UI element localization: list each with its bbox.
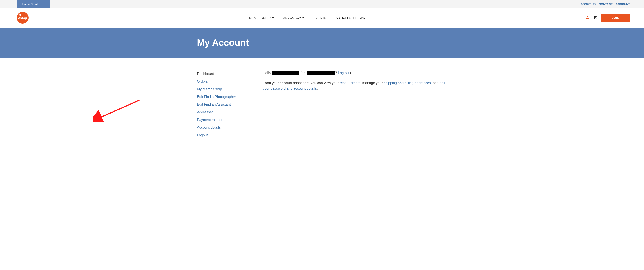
sidebar-item-dashboard[interactable]: Dashboard (197, 70, 258, 78)
nav-advocacy[interactable]: ADVOCACY (283, 16, 304, 19)
recent-orders-link[interactable]: recent orders (340, 81, 360, 85)
about-us-link[interactable]: ABOUT US (580, 2, 596, 6)
greeting-not-prefix: (not (300, 71, 307, 75)
svg-line-1 (100, 100, 139, 118)
nav-articles-news[interactable]: ARTICLES + NEWS (336, 16, 365, 19)
sidebar-item-edit-find-assistant[interactable]: Edit Find an Assistant (197, 101, 258, 108)
logo-text: asmp (18, 16, 27, 20)
nav-membership-label: MEMBERSHIP (249, 16, 271, 19)
caret-down-icon (302, 17, 304, 18)
dashboard-content: Hello (not ? Log out) From your account … (263, 70, 447, 139)
nav-membership[interactable]: MEMBERSHIP (249, 16, 274, 19)
redacted-name (272, 71, 300, 75)
redacted-name2 (307, 71, 335, 75)
caret-down-icon (272, 17, 274, 18)
nav-articles-label: ARTICLES + NEWS (336, 16, 365, 19)
account-sidebar: Dashboard Orders My Membership Edit Find… (197, 70, 258, 139)
nav-events-label: EVENTS (314, 16, 326, 19)
greeting-line: Hello (not ? Log out) (263, 70, 447, 76)
nav-events[interactable]: EVENTS (314, 16, 326, 19)
page-title: My Account (192, 37, 452, 48)
dashboard-intro: From your account dashboard you can view… (263, 80, 447, 91)
find-a-creative-label: Find A Creative (22, 2, 41, 6)
greeting-hello: Hello (263, 71, 272, 75)
find-a-creative-button[interactable]: Find A Creative (17, 0, 50, 8)
intro-period: . (317, 87, 318, 90)
contact-link[interactable]: CONTACT (599, 2, 613, 6)
hero-banner: My Account (0, 28, 644, 58)
nav-advocacy-label: ADVOCACY (283, 16, 302, 19)
arrow-annotation (93, 98, 142, 122)
cart-icon[interactable] (593, 15, 597, 20)
sidebar-item-addresses[interactable]: Addresses (197, 108, 258, 116)
sidebar-item-logout[interactable]: Logout (197, 131, 258, 139)
intro-and: , and (431, 81, 440, 85)
caret-down-icon (43, 3, 45, 4)
sidebar-item-payment-methods[interactable]: Payment methods (197, 116, 258, 124)
addresses-link[interactable]: shipping and billing addresses (384, 81, 430, 85)
person-icon[interactable] (586, 15, 590, 20)
separator: | (614, 2, 614, 6)
separator: | (597, 2, 598, 6)
greeting-not-suffix: ? (335, 71, 338, 75)
sidebar-item-my-membership[interactable]: My Membership (197, 85, 258, 93)
intro-prefix: From your account dashboard you can view… (263, 81, 340, 85)
greeting-close: ) (350, 71, 351, 75)
join-label: JOIN (612, 16, 620, 19)
join-button[interactable]: JOIN (601, 14, 630, 22)
top-right-links: ABOUT US | CONTACT | ACCOUNT (580, 2, 644, 6)
asmp-logo[interactable]: asmp (17, 12, 28, 24)
sidebar-item-edit-find-photographer[interactable]: Edit Find a Photographer (197, 93, 258, 101)
intro-mid: , manage your (360, 81, 384, 85)
logo-dot (19, 14, 21, 16)
logout-link[interactable]: Log out (338, 71, 350, 75)
account-link[interactable]: ACCOUNT (616, 2, 630, 6)
sidebar-item-account-details[interactable]: Account details (197, 124, 258, 131)
sidebar-item-orders[interactable]: Orders (197, 78, 258, 85)
